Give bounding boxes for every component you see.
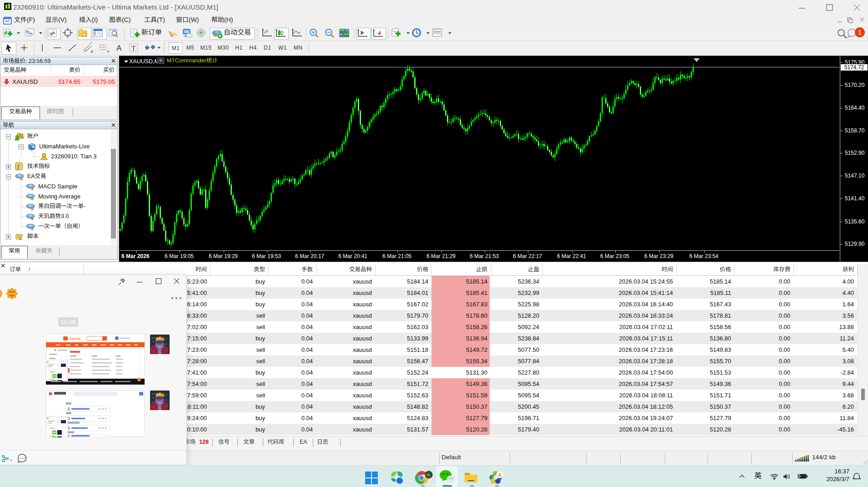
svg-text:A: A [116,44,122,52]
svg-text:T: T [131,45,135,52]
svg-text:E: E [91,50,93,54]
svg-text:F: F [107,50,110,54]
